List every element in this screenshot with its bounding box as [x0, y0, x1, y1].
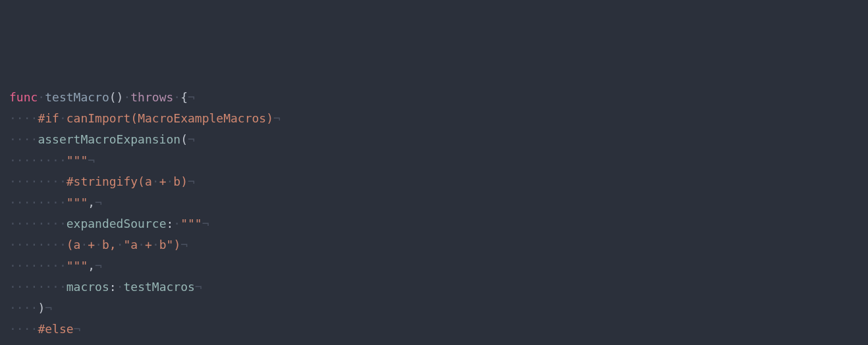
token-call2: testMacros	[123, 280, 194, 294]
token-ws: ¬	[95, 196, 102, 209]
whitespace-dot: ·	[16, 322, 24, 336]
token-directive: MacroExampleMacros	[138, 111, 266, 125]
whitespace-dot: ·	[9, 301, 16, 315]
whitespace-dot: ·	[45, 280, 52, 294]
whitespace-dot: ·	[9, 196, 16, 209]
code-line[interactable]: ········"""¬	[0, 150, 868, 171]
token-ws: ·	[123, 90, 130, 104]
token-directive: (	[130, 111, 138, 125]
whitespace-dot: ·	[16, 301, 24, 315]
whitespace-dot: ·	[9, 259, 16, 273]
token-string: """	[67, 259, 88, 273]
code-line[interactable]: ········""",¬	[0, 192, 868, 213]
code-line[interactable]: ····#if·canImport(MacroExampleMacros)¬	[0, 108, 868, 129]
whitespace-dot: ·	[45, 196, 52, 209]
token-ws: ¬	[195, 280, 202, 294]
token-ws: ·	[173, 90, 180, 104]
token-ws: ¬	[202, 217, 209, 230]
code-line[interactable]: ····)¬	[0, 298, 868, 319]
token-punct: :	[109, 280, 117, 294]
code-editor[interactable]: func·testMacro()·throws·{¬····#if·canImp…	[0, 87, 868, 345]
token-ws: ·	[80, 238, 88, 252]
token-param: macros	[67, 280, 109, 294]
token-ws: ·	[117, 280, 124, 294]
token-ws: ·	[59, 111, 67, 125]
code-line[interactable]: ········#stringify(a·+·b)¬	[0, 171, 868, 192]
whitespace-dot: ·	[38, 196, 45, 209]
whitespace-dot: ·	[16, 153, 24, 167]
whitespace-dot: ·	[24, 196, 31, 209]
token-string: +	[145, 238, 152, 252]
whitespace-dot: ·	[24, 322, 31, 336]
whitespace-dot: ·	[31, 153, 38, 167]
whitespace-dot: ·	[31, 259, 38, 273]
token-param: expandedSource	[67, 217, 167, 230]
whitespace-dot: ·	[59, 217, 67, 230]
whitespace-dot: ·	[9, 111, 16, 125]
token-punct: ,	[88, 196, 95, 209]
token-fn-name: testMacro	[45, 90, 109, 104]
whitespace-dot: ·	[38, 153, 45, 167]
token-string: #stringify(a	[67, 174, 152, 188]
whitespace-dot: ·	[24, 301, 31, 315]
token-string: b)	[173, 174, 188, 188]
token-punct: ,	[88, 259, 95, 273]
token-ws: ¬	[95, 259, 102, 273]
token-punct: )	[38, 301, 45, 315]
whitespace-dot: ·	[9, 322, 16, 336]
code-line[interactable]: ········""",¬	[0, 255, 868, 277]
whitespace-dot: ·	[16, 280, 24, 294]
token-ws: ¬	[180, 238, 188, 252]
whitespace-dot: ·	[16, 132, 24, 146]
whitespace-dot: ·	[24, 238, 31, 252]
whitespace-dot: ·	[9, 238, 16, 252]
whitespace-dot: ·	[9, 132, 16, 146]
whitespace-dot: ·	[52, 238, 59, 252]
whitespace-dot: ·	[16, 217, 24, 230]
whitespace-dot: ·	[31, 322, 38, 336]
token-punct: (	[180, 132, 188, 146]
whitespace-dot: ·	[24, 174, 31, 188]
whitespace-dot: ·	[9, 174, 16, 188]
whitespace-dot: ·	[9, 280, 16, 294]
whitespace-dot: ·	[38, 259, 45, 273]
token-string: """	[67, 153, 88, 167]
whitespace-dot: ·	[52, 259, 59, 273]
whitespace-dot: ·	[24, 259, 31, 273]
whitespace-dot: ·	[31, 132, 38, 146]
token-string: (a	[67, 238, 81, 252]
whitespace-dot: ·	[38, 238, 45, 252]
token-ws: ¬	[188, 174, 195, 188]
token-directive: #else	[38, 322, 73, 336]
code-line[interactable]: ····throw·XCTSkip("macros·are·only·suppo…	[0, 340, 868, 345]
whitespace-dot: ·	[24, 111, 31, 125]
whitespace-dot: ·	[31, 238, 38, 252]
token-ws: ¬	[74, 322, 81, 336]
token-string: b")	[159, 238, 181, 252]
whitespace-dot: ·	[38, 280, 45, 294]
whitespace-dot: ·	[38, 174, 45, 188]
token-ws: ·	[38, 90, 45, 104]
token-punct: :	[166, 217, 173, 230]
whitespace-dot: ·	[16, 174, 24, 188]
token-punct: ()	[109, 90, 124, 104]
token-ws: ¬	[188, 90, 195, 104]
token-directive: )	[266, 111, 273, 125]
code-line[interactable]: ········macros:·testMacros¬	[0, 277, 868, 298]
code-line[interactable]: ········(a·+·b,·"a·+·b")¬	[0, 234, 868, 255]
whitespace-dot: ·	[16, 238, 24, 252]
code-line[interactable]: ····#else¬	[0, 319, 868, 340]
code-line[interactable]: func·testMacro()·throws·{¬	[0, 87, 868, 108]
whitespace-dot: ·	[24, 280, 31, 294]
token-ws: ·	[138, 238, 145, 252]
whitespace-dot: ·	[16, 259, 24, 273]
whitespace-dot: ·	[45, 174, 52, 188]
token-ws: ¬	[88, 153, 95, 167]
token-string: +	[159, 174, 167, 188]
code-line[interactable]: ····assertMacroExpansion(¬	[0, 129, 868, 150]
token-call2: assertMacroExpansion	[38, 132, 180, 146]
code-line[interactable]: ········expandedSource:·"""¬	[0, 213, 868, 234]
whitespace-dot: ·	[31, 174, 38, 188]
whitespace-dot: ·	[31, 217, 38, 230]
whitespace-dot: ·	[16, 196, 24, 209]
